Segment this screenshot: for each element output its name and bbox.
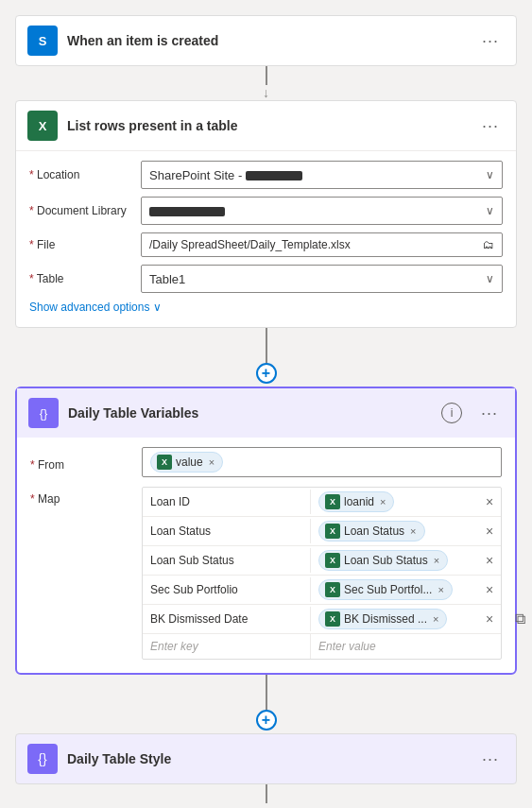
variables-more-options[interactable]: ··· xyxy=(475,402,504,425)
map-table: Loan ID X loanid × × Loan St xyxy=(142,487,502,660)
map-token-1: X Loan Status × xyxy=(318,521,425,542)
style-card: {} Daily Table Style ··· xyxy=(15,733,517,784)
map-row-3: Sec Sub Portfolio X Sec Sub Portfol... ×… xyxy=(143,576,501,605)
copy-icon[interactable]: ⧉ xyxy=(515,610,525,627)
map-value-2: X Loan Sub Status × xyxy=(311,546,478,575)
map-token-close-3[interactable]: × xyxy=(438,584,443,595)
map-token-4: X BK Dismissed ... × xyxy=(318,609,447,629)
style-title: Daily Table Style xyxy=(67,751,467,766)
style-icon: {} xyxy=(27,744,58,774)
doc-library-value xyxy=(149,204,225,218)
add-step-button-1[interactable]: + xyxy=(256,363,277,384)
map-token-icon-3: X xyxy=(325,582,340,597)
style-icon-label: {} xyxy=(38,751,46,766)
map-row-2: Loan Sub Status X Loan Sub Status × × xyxy=(143,546,501,576)
enter-value-placeholder: Enter value xyxy=(318,640,376,653)
map-enter-key[interactable]: Enter key xyxy=(143,634,311,659)
from-row: From X value × xyxy=(30,447,502,477)
map-token-close-0[interactable]: × xyxy=(380,496,386,507)
map-token-icon-4: X xyxy=(325,611,340,627)
file-label: File xyxy=(29,238,133,251)
map-row-4: BK Dismissed Date X BK Dismissed ... × × xyxy=(143,605,501,634)
location-value: SharePoint Site - xyxy=(149,168,302,182)
file-row: File /Daily SpreadSheet/Daily_Template.x… xyxy=(29,232,503,257)
map-enter-row: Enter key Enter value xyxy=(143,634,501,659)
map-token-close-4[interactable]: × xyxy=(433,613,438,625)
advanced-options-label: Show advanced options xyxy=(29,301,149,314)
add-step-button-2[interactable]: + xyxy=(256,710,277,731)
list-rows-icon: X xyxy=(27,111,58,141)
advanced-chevron-icon: ∨ xyxy=(153,301,162,314)
location-row: Location SharePoint Site - ∨ xyxy=(29,161,503,189)
variables-card: {} Daily Table Variables i ··· From X va… xyxy=(15,387,517,675)
table-label: Table xyxy=(29,272,133,285)
doc-library-label: Document Library xyxy=(29,204,133,217)
file-value: /Daily SpreadSheet/Daily_Template.xlsx xyxy=(149,238,351,251)
table-row: Table Table1 ∨ xyxy=(29,265,503,293)
map-token-close-2[interactable]: × xyxy=(434,555,439,566)
map-token-icon-2: X xyxy=(325,553,340,568)
map-value-3: X Sec Sub Portfol... × xyxy=(311,576,478,604)
from-token-excel-icon: X xyxy=(157,455,172,470)
from-token-box[interactable]: X value × xyxy=(142,447,502,477)
map-key-2: Loan Sub Status xyxy=(143,548,311,573)
arrow-down-4: ↓ xyxy=(263,803,269,808)
doc-library-masked xyxy=(149,207,225,216)
from-token: X value × xyxy=(150,452,223,473)
map-delete-enter xyxy=(478,643,501,650)
location-select[interactable]: SharePoint Site - ∨ xyxy=(141,161,503,189)
from-label: From xyxy=(30,453,134,472)
map-delete-0[interactable]: × xyxy=(478,490,501,513)
map-key-3: Sec Sub Portfolio xyxy=(143,577,311,602)
table-chevron: ∨ xyxy=(486,272,494,285)
list-rows-more-options[interactable]: ··· xyxy=(476,114,505,138)
trigger-title: When an item is created xyxy=(67,33,467,48)
map-token-label-0: loanid xyxy=(344,495,374,508)
map-enter-value[interactable]: Enter value xyxy=(311,636,478,657)
variables-icon: {} xyxy=(28,398,59,428)
file-input[interactable]: /Daily SpreadSheet/Daily_Template.xlsx 🗂 xyxy=(141,232,503,257)
map-value-1: X Loan Status × xyxy=(311,517,478,545)
map-token-2: X Loan Sub Status × xyxy=(318,550,448,571)
variables-info-button[interactable]: i xyxy=(441,403,462,423)
trigger-more-options[interactable]: ··· xyxy=(476,29,505,53)
trigger-icon: S xyxy=(27,26,58,56)
location-masked xyxy=(246,171,302,181)
file-folder-icon[interactable]: 🗂 xyxy=(483,238,494,251)
from-token-label: value xyxy=(176,456,203,469)
map-key-1: Loan Status xyxy=(143,519,311,543)
location-label: Location xyxy=(29,168,133,181)
map-token-0: X loanid × xyxy=(318,491,394,512)
map-token-label-2: Loan Sub Status xyxy=(344,554,428,567)
map-delete-2[interactable]: × xyxy=(478,549,501,572)
connector-2: + xyxy=(266,328,267,373)
table-value: Table1 xyxy=(149,272,185,286)
map-token-3: X Sec Sub Portfol... × xyxy=(318,579,453,600)
map-delete-1[interactable]: × xyxy=(478,520,501,542)
advanced-options-toggle[interactable]: Show advanced options ∨ xyxy=(29,301,503,314)
map-key-4: BK Dismissed Date xyxy=(143,607,311,631)
map-token-close-1[interactable]: × xyxy=(410,525,416,537)
map-row-1: Loan Status X Loan Status × × xyxy=(143,517,501,546)
map-value-4: X BK Dismissed ... × xyxy=(311,605,478,633)
map-key-0: Loan ID xyxy=(143,490,311,514)
map-delete-3[interactable]: × xyxy=(478,578,501,601)
arrow-down-1: ↓ xyxy=(263,85,269,100)
doc-library-select[interactable]: ∨ xyxy=(141,197,503,225)
from-token-close[interactable]: × xyxy=(209,456,215,468)
table-select[interactable]: Table1 ∨ xyxy=(141,265,503,293)
map-token-label-4: BK Dismissed ... xyxy=(344,612,427,626)
map-token-icon-1: X xyxy=(325,524,340,539)
variables-title: Daily Table Variables xyxy=(68,405,432,421)
location-chevron: ∨ xyxy=(486,168,494,181)
list-rows-card: X List rows present in a table ··· Locat… xyxy=(15,100,517,328)
doc-library-chevron: ∨ xyxy=(486,204,494,217)
style-more-options[interactable]: ··· xyxy=(476,748,505,771)
map-token-label-3: Sec Sub Portfol... xyxy=(344,583,432,596)
map-token-label-1: Loan Status xyxy=(344,524,404,538)
map-section: Map Loan ID X loanid × xyxy=(30,487,502,660)
map-delete-4[interactable]: × xyxy=(478,608,501,630)
map-label: Map xyxy=(30,487,134,506)
doc-library-row: Document Library ∨ xyxy=(29,197,503,225)
variables-icon-label: {} xyxy=(40,406,48,421)
